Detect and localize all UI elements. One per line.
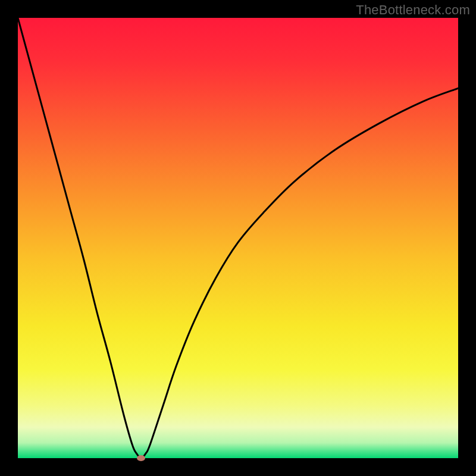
plot-area: [18, 18, 458, 458]
optimum-marker: [137, 455, 145, 461]
chart-frame: TheBottleneck.com: [0, 0, 476, 476]
bottleneck-curve: [18, 18, 458, 458]
watermark-text: TheBottleneck.com: [356, 2, 470, 18]
